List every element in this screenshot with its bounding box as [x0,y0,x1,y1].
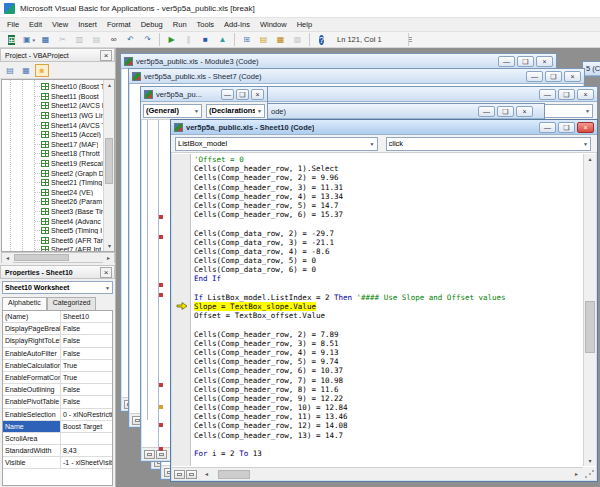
help-icon[interactable]: ? [314,33,329,47]
tree-item-sheet14[interactable]: Sheet14 (AVCS T [2,120,103,130]
minimize-icon[interactable]: — [498,56,515,67]
tab-alphabetic[interactable]: Alphabetic [2,297,47,310]
menu-item-edit[interactable]: Edit [24,19,47,30]
property-value[interactable]: Sheet10 [60,311,112,322]
project-tree[interactable]: Sheet10 (Boost TSheet11 (Boost Sheet12 (… [1,79,115,252]
restore-icon[interactable]: ❏ [558,89,575,100]
property-row-enablecalculation[interactable]: EnableCalculationTrue [3,360,112,372]
code-vertical-scrollbar[interactable]: ▴ ▾ [583,154,596,466]
procedure-dropdown[interactable]: (Declarations)▼ [206,104,265,118]
property-value[interactable]: False [60,384,112,395]
procedure-dropdown[interactable]: click▼ [386,137,592,151]
properties-panel-close-icon[interactable]: × [100,267,112,278]
close-icon[interactable]: × [536,56,553,67]
full-module-view-icon[interactable] [186,470,197,479]
code-line[interactable]: Cells(Comp_header_row, 12) = 14.08 [194,421,583,430]
code-editor[interactable]: 'Offset = 0Cells(Comp_header_row, 1).Sel… [172,154,583,466]
menu-item-view[interactable]: View [47,19,73,30]
tree-item-sheet26[interactable]: Sheet26 (Param [2,197,103,207]
code-line[interactable]: Cells(Comp_header_row, 7) = 10.98 [194,376,583,385]
code-line[interactable]: Cells(Comp_header_row, 6) = 15.37 [194,210,583,219]
tree-scroll-thumb[interactable] [105,138,113,184]
code-line[interactable]: Cells(Comp_data_row, 4) = -8.6 [194,247,583,256]
tree-item-sheet2[interactable]: Sheet2 (Graph D [2,168,103,178]
project-explorer-icon[interactable]: ⊞ [239,33,254,47]
minimize-icon[interactable]: — [539,122,556,133]
property-value[interactable]: Boost Target [60,421,112,432]
undo-icon[interactable]: ↶ [123,33,138,47]
property-row-visible[interactable]: Visible-1 - xlSheetVisib [3,457,112,469]
tree-item-sheet4[interactable]: Sheet4 (Advanc [2,216,103,226]
code-line[interactable]: Cells(Comp_header_row, 2) = 7.89 [194,330,583,339]
object-browser-icon[interactable]: ▦ [273,33,288,47]
toolbar-overflow-handle[interactable] [408,33,413,46]
menu-item-tools[interactable]: Tools [192,19,220,30]
menu-item-insert[interactable]: Insert [73,19,102,30]
code-line[interactable]: 'Offset = 0 [194,155,583,164]
minimize-icon[interactable]: — [221,89,234,100]
code-line[interactable]: Cells(Comp_data_row, 5) = 0 [194,256,583,265]
tree-item-sheet13[interactable]: Sheet13 (WG Lin [2,111,103,121]
properties-object-selector[interactable]: Sheet10 Worksheet ▼ [2,281,113,294]
code-line[interactable]: For i = 2 To 13 [194,449,583,458]
tree-item-sheet21[interactable]: Sheet21 (Timing [2,178,103,188]
tree-item-sheet24[interactable]: Sheet24 (VE) [2,188,103,198]
procedure-view-icon[interactable] [144,450,155,459]
tree-item-sheet3[interactable]: Sheet3 (Base Tir [2,207,103,217]
code-line[interactable]: Cells(Comp_header_row, 4) = 9.13 [194,348,583,357]
tree-hscroll-thumb[interactable] [14,254,69,261]
object-dropdown[interactable]: ListBox_model▼ [175,137,378,151]
property-value[interactable]: 0 - xlNoRestricti [60,409,112,420]
scroll-down-icon[interactable]: ▾ [584,456,596,466]
tree-horizontal-scrollbar[interactable]: ◂ ▸ [1,252,115,263]
close-icon[interactable]: × [577,89,594,100]
procedure-view-icon[interactable] [174,470,185,479]
module3-titlebar[interactable]: ver5p5a_public.xls - Module3 (Code) — ❏ … [121,54,556,69]
tree-item-sheet10[interactable]: Sheet10 (Boost T [2,82,103,92]
code-line[interactable]: Cells(Comp_header_row, 1).Select [194,164,583,173]
property-value[interactable]: -1 - xlSheetVisib [60,457,112,468]
property-row-enableformatcon[interactable]: EnableFormatConTrue [3,372,112,384]
scroll-right-icon[interactable]: ▸ [103,253,114,263]
code-line[interactable]: Slope = TextBox_slope.Value [194,302,583,311]
code-line[interactable] [194,284,583,293]
restore-icon[interactable]: ❏ [545,71,562,82]
project-panel-header[interactable]: Project - VBAProject × [0,48,115,62]
scroll-up-icon[interactable]: ▴ [584,154,596,164]
code-line[interactable]: Cells(Comp_header_row, 10) = 12.84 [194,403,583,412]
close-icon[interactable]: × [577,122,594,133]
code-line[interactable]: Cells(Comp_data_row, 3) = -21.1 [194,238,583,247]
code-line[interactable] [194,219,583,228]
menu-item-help[interactable]: Help [292,19,317,30]
code-line[interactable]: Cells(Comp_header_row, 4) = 13.34 [194,192,583,201]
reset-icon[interactable]: ■ [198,33,213,47]
property-row-displaypagebreak[interactable]: DisplayPageBreakFalse [3,323,112,335]
view-excel-icon[interactable]: ⊞ [4,33,19,47]
tree-item-sheet19[interactable]: Sheet19 (Rescal [2,159,103,169]
code-line[interactable]: Offset = TextBox_offset.Value [194,311,583,320]
property-value[interactable]: True [60,360,112,371]
code-line[interactable]: End If [194,274,583,283]
scroll-left-icon[interactable]: ◂ [201,469,212,479]
toggle-folders-icon[interactable]: ■ [35,64,49,77]
redo-icon[interactable]: ↷ [140,33,155,47]
resize-grip[interactable] [583,467,596,480]
find-icon[interactable]: ∞ [106,33,121,47]
property-row-enableoutlining[interactable]: EnableOutliningFalse [3,384,112,396]
property-row-enableselection[interactable]: EnableSelection0 - xlNoRestricti [3,409,112,421]
property-value[interactable] [60,433,112,444]
property-value[interactable]: True [60,372,112,383]
code-line[interactable]: Cells(Comp_header_row, 13) = 14.7 [194,431,583,440]
close-icon[interactable]: × [564,71,581,82]
property-row-standardwidth[interactable]: StandardWidth8,43 [3,445,112,457]
design-mode-icon[interactable]: ▲ [215,33,230,47]
code-line[interactable]: Cells(Comp_header_row, 5) = 9.74 [194,357,583,366]
tab-categorized[interactable]: Categorized [47,297,97,310]
scroll-up-icon[interactable]: ▴ [104,80,115,90]
property-value[interactable]: False [60,323,112,334]
property-value[interactable]: False [60,348,112,359]
tree-item-sheet5[interactable]: Sheet5 (Timing I [2,226,103,236]
code-line[interactable] [194,320,583,329]
menu-item-window[interactable]: Window [255,19,292,30]
tree-item-sheet12[interactable]: Sheet12 (AVCS I [2,101,103,111]
